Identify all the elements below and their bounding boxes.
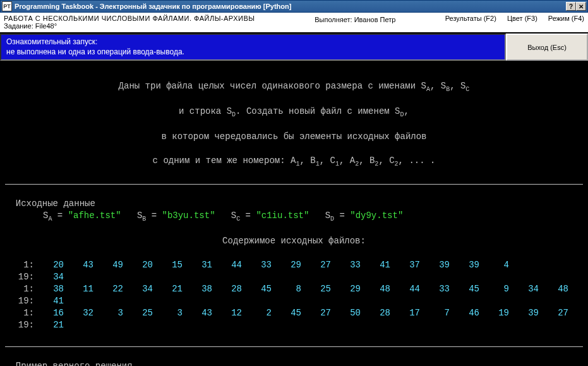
hotkey-mode[interactable]: Режим (F4) <box>548 15 584 22</box>
section-output-title: Пример верного решения <box>5 361 133 366</box>
data-cell: 45 <box>272 307 301 319</box>
data-cell: 39 <box>420 259 450 271</box>
task-category: РАБОТА С НЕСКОЛЬКИМИ ЧИСЛОВЫМИ ФАЙЛАМИ. … <box>4 15 274 22</box>
data-row: 19:41 <box>5 295 583 307</box>
data-cell: 27 <box>301 307 331 319</box>
data-cell: 32 <box>64 307 93 319</box>
data-row: 19:21 <box>5 319 583 331</box>
data-cell: 48 <box>361 283 390 295</box>
input-content-label: Содержимое исходных файлов: <box>5 235 583 247</box>
data-row: 19:34 <box>5 271 583 283</box>
data-cell: 29 <box>272 259 301 271</box>
data-cell: 19 <box>479 307 509 319</box>
data-cell: 2 <box>242 307 272 319</box>
data-cell: 38 <box>34 283 64 295</box>
data-cell: 34 <box>509 283 539 295</box>
data-cell: 45 <box>242 283 272 295</box>
data-cell: 39 <box>509 307 539 319</box>
data-cell: 45 <box>450 283 479 295</box>
hotkey-color[interactable]: Цвет (F3) <box>507 15 537 22</box>
data-cell: 20 <box>123 259 153 271</box>
data-cell: 33 <box>242 259 272 271</box>
data-cell: 22 <box>93 283 123 295</box>
data-cell: 21 <box>34 319 64 331</box>
data-cell: 31 <box>183 259 212 271</box>
data-cell: 8 <box>272 283 301 295</box>
status-line2: не выполнена ни одна из операций ввода-в… <box>6 47 500 58</box>
data-cell: 33 <box>420 283 450 295</box>
data-cell: 16 <box>34 307 64 319</box>
data-cell: 3 <box>153 307 183 319</box>
data-cell: 28 <box>212 283 242 295</box>
row-index: 19: <box>5 295 34 307</box>
data-cell: 44 <box>390 283 420 295</box>
author-label: Выполняет: Иванов Петр <box>274 16 436 30</box>
data-cell: 11 <box>64 283 93 295</box>
data-cell: 33 <box>331 259 361 271</box>
data-cell: 41 <box>34 295 64 307</box>
data-cell: 7 <box>420 307 450 319</box>
data-cell: 43 <box>64 259 93 271</box>
row-index: 1: <box>5 259 34 271</box>
task-desc-line2: и строка SD. Создать новый файл с именем… <box>5 106 583 119</box>
data-cell: 25 <box>301 283 331 295</box>
data-cell: 34 <box>123 283 153 295</box>
exit-button[interactable]: Выход (Esc) <box>506 34 588 61</box>
data-cell: 34 <box>34 271 64 283</box>
data-cell: 38 <box>183 283 212 295</box>
data-cell: 41 <box>361 259 390 271</box>
divider <box>5 184 583 185</box>
task-desc-line1: Даны три файла целых чисел одинакового р… <box>5 80 583 94</box>
hotkey-results[interactable]: Результаты (F2) <box>445 15 496 22</box>
data-cell: 21 <box>153 283 183 295</box>
window-titlebar: PT Programming Taskbook - Электронный за… <box>0 0 588 13</box>
status-line1: Ознакомительный запуск: <box>6 37 500 47</box>
data-cell: 20 <box>34 259 64 271</box>
task-desc-line3: в котором чередовались бы элементы исход… <box>5 131 583 143</box>
app-icon: PT <box>2 1 12 11</box>
data-row: 1:3811223421382845825294844334593448 <box>5 283 583 295</box>
section-input-title: Исходные данные <box>5 198 95 209</box>
help-button[interactable]: ? <box>566 2 576 11</box>
data-row: 1:2043492015314433292733413739394 <box>5 259 583 271</box>
data-cell: 12 <box>212 307 242 319</box>
status-message: Ознакомительный запуск: не выполнена ни … <box>0 34 506 61</box>
variable-line: SA = "afhe.tst" SB = "b3yu.tst" SC = "c1… <box>5 210 583 223</box>
data-cell: 39 <box>450 259 479 271</box>
data-cell: 50 <box>331 307 361 319</box>
data-cell: 27 <box>301 259 331 271</box>
close-button[interactable]: ✕ <box>576 2 586 11</box>
terminal-view: Даны три файла целых чисел одинакового р… <box>0 62 588 366</box>
task-desc-line4: с одним и тем же номером: A1, B1, C1, A2… <box>5 155 583 168</box>
data-cell: 15 <box>153 259 183 271</box>
data-cell: 28 <box>361 307 390 319</box>
data-cell: 44 <box>212 259 242 271</box>
row-index: 1: <box>5 283 34 295</box>
data-cell: 3 <box>93 307 123 319</box>
window-title: Programming Taskbook - Электронный задач… <box>15 3 566 10</box>
data-cell: 25 <box>123 307 153 319</box>
data-cell: 46 <box>450 307 479 319</box>
data-cell: 27 <box>539 307 568 319</box>
row-index: 19: <box>5 319 34 331</box>
task-id: Задание: File48° <box>4 22 274 30</box>
info-bar: РАБОТА С НЕСКОЛЬКИМИ ЧИСЛОВЫМИ ФАЙЛАМИ. … <box>0 13 588 34</box>
data-cell: 17 <box>390 307 420 319</box>
data-cell: 37 <box>390 259 420 271</box>
row-index: 19: <box>5 271 34 283</box>
divider <box>5 346 583 347</box>
row-index: 1: <box>5 307 34 319</box>
data-cell: 29 <box>331 283 361 295</box>
data-cell: 4 <box>479 259 509 271</box>
data-cell: 49 <box>93 259 123 271</box>
data-cell: 48 <box>539 283 568 295</box>
data-row: 1:16323253431224527502817746193927 <box>5 307 583 319</box>
data-cell: 43 <box>183 307 212 319</box>
data-cell: 9 <box>479 283 509 295</box>
